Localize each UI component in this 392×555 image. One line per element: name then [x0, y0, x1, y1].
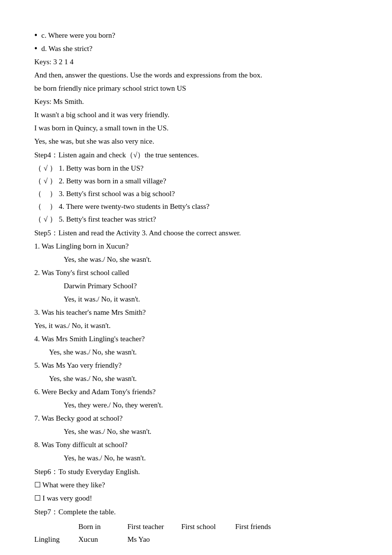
table-cell-lingling-name: Lingling	[34, 533, 78, 545]
qa-3-answer: Yes, it was./ No, it wasn't.	[34, 320, 358, 331]
checkbox-2: （ √ ） 2. Betty was born in a small villa…	[34, 175, 358, 187]
step6-item-1: ☐ What were they like?	[34, 479, 358, 491]
table-row-lingling: Lingling Xucun Ms Yao	[34, 533, 358, 545]
table-cell-lingling-teacher: Ms Yao	[127, 533, 181, 545]
sentence-3: Yes, she was, but she was also very nice…	[34, 135, 358, 147]
qa-6-answer: Yes, they were./ No, they weren't.	[34, 399, 358, 411]
table-cell-lingling-born: Xucun	[78, 533, 127, 545]
step6-item-2: ☐ I was very good!	[34, 492, 358, 504]
qa-6-question: 6. Were Becky and Adam Tony's friends?	[34, 386, 358, 398]
bullet-c: • c. Where were you born?	[34, 29, 358, 42]
sentence-1: It wasn't a big school and it was very f…	[34, 109, 358, 121]
sentence-2: I was born in Quincy, a small town in th…	[34, 122, 358, 134]
bullet-d: • d. Was she strict?	[34, 43, 358, 55]
qa-8-question: 8. Was Tony difficult at school?	[34, 439, 358, 451]
instruction1: And then, answer the questions. Use the …	[34, 69, 358, 81]
qa-5-question: 5. Was Ms Yao very friendly?	[34, 359, 358, 371]
check-mark-5: √	[42, 213, 49, 225]
table-cell-lingling-friends	[235, 533, 314, 545]
table: Born in First teacher First school First…	[34, 521, 358, 545]
qa-8-answer: Yes, he was./ No, he wasn't.	[34, 452, 358, 464]
checkbox-3: （ ） 3. Betty's first school was a big sc…	[34, 188, 358, 200]
qa-4-answer: Yes, she was./ No, she wasn't.	[34, 346, 358, 358]
checkbox-4: （ ） 4. There were twenty-two students in…	[34, 201, 358, 212]
table-col-empty	[34, 521, 78, 532]
qa-2-answer: Yes, it was./ No, it wasn't.	[34, 293, 358, 305]
qa-3-question: 3. Was his teacher's name Mrs Smith?	[34, 306, 358, 318]
check-mark-4	[42, 201, 49, 212]
table-header-first-school: First school	[181, 521, 235, 532]
table-header-row: Born in First teacher First school First…	[34, 521, 358, 532]
qa-2-extra: Darwin Primary School?	[34, 280, 358, 292]
bullet-icon-c: •	[34, 29, 37, 42]
table-cell-lingling-school	[181, 533, 235, 545]
check-mark-1: √	[42, 162, 49, 174]
wordbox: be born friendly nice primary school str…	[34, 82, 358, 94]
qa-4-question: 4. Was Mrs Smith Lingling's teacher?	[34, 333, 358, 345]
qa-1-question: 1. Was Lingling born in Xucun?	[34, 240, 358, 252]
bullet-icon-d: •	[34, 43, 37, 55]
qa-2-question: 2. Was Tony's first school called	[34, 267, 358, 278]
check-mark-2: √	[42, 175, 49, 187]
step4-label: Step4：Listen again and check（√）the true …	[34, 149, 358, 161]
table-header-first-teacher: First teacher	[127, 521, 181, 532]
qa-7-question: 7. Was Becky good at school?	[34, 412, 358, 424]
step5-label: Step5：Listen and read the Activity 3. An…	[34, 227, 358, 239]
table-header-born-in: Born in	[78, 521, 127, 532]
keys-line-2: Keys: Ms Smith.	[34, 96, 358, 107]
keys-line-1: Keys: 3 2 1 4	[34, 56, 358, 68]
table-header-first-friends: First friends	[235, 521, 314, 532]
qa-1-answer: Yes, she was./ No, she wasn't.	[34, 253, 358, 265]
check-mark-3	[42, 188, 49, 200]
checkbox-5: （ √ ） 5. Betty's first teacher was stric…	[34, 213, 358, 225]
qa-7-answer: Yes, she was./ No, she wasn't.	[34, 426, 358, 437]
step7-label: Step7：Complete the table.	[34, 506, 358, 518]
step6-label: Step6：To study Everyday English.	[34, 466, 358, 478]
checkbox-1: （ √ ） 1. Betty was born in the US?	[34, 162, 358, 174]
qa-5-answer: Yes, she was./ No, she wasn't.	[34, 373, 358, 384]
